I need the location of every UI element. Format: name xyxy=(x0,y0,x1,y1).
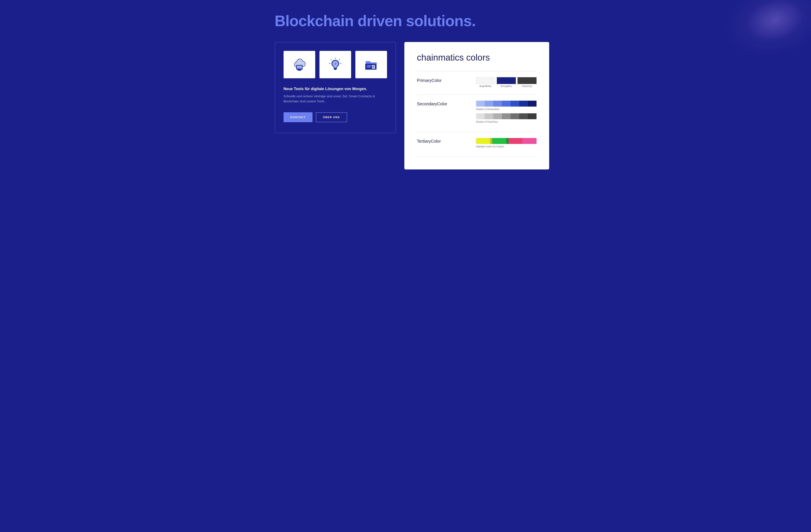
svg-rect-11 xyxy=(334,68,337,69)
green-divider xyxy=(506,138,508,144)
buttons-row: KONTAKT ÜBER UNS xyxy=(284,112,387,122)
grey-shade-6 xyxy=(519,113,528,119)
shades-clear-grey-bar xyxy=(476,113,536,119)
lightbulb-icon-box xyxy=(320,51,351,78)
grey-shade-3 xyxy=(493,113,502,119)
kontakt-button[interactable]: KONTAKT xyxy=(284,112,312,122)
strong-blue-label: StrongBlue xyxy=(501,85,512,88)
colors-panel: chainmatics colors PrimaryColor BrightWh… xyxy=(404,42,549,170)
main-container: Blockchain driven solutions. xyxy=(258,0,553,186)
folder-icon xyxy=(363,56,380,73)
svg-rect-17 xyxy=(367,67,370,67)
tertiary-bar-label: Highlight Colors for Graphs xyxy=(476,145,536,148)
secondary-color-section: SecondaryColor Shades of Strong Blue xyxy=(417,95,536,132)
icons-row xyxy=(284,51,387,78)
blue-shade-3 xyxy=(493,101,502,107)
folder-icon-box xyxy=(355,51,387,78)
green-swatch xyxy=(492,138,506,144)
blue-shade-1 xyxy=(476,101,485,107)
shades-strong-blue-label: Shades of Strong Blue xyxy=(476,108,536,110)
colors-panel-title: chainmatics colors xyxy=(417,52,536,63)
grey-shade-7 xyxy=(528,113,536,119)
clear-grey-label: ClearGrey xyxy=(521,85,532,88)
shades-clear-grey-label: Shades of ClearGrey xyxy=(476,121,536,123)
grey-shade-1 xyxy=(476,113,485,119)
cloud-upload-icon-box xyxy=(284,51,315,78)
grey-shade-5 xyxy=(510,113,519,119)
blue-shade-5 xyxy=(510,101,519,107)
lightbulb-icon xyxy=(327,56,344,73)
bright-white-block xyxy=(476,77,495,84)
secondary-color-label: SecondaryColor xyxy=(417,101,468,106)
yellow-swatch xyxy=(476,138,490,144)
primary-color-section: PrimaryColor BrightWhite StrongBlue xyxy=(417,71,536,95)
hero-title: Blockchain driven solutions. xyxy=(275,13,536,29)
left-card-title: Neue Tools für digitale Lösungen von Mor… xyxy=(284,87,387,91)
yellow-divider xyxy=(490,138,492,144)
left-card-description: Schnelle und sichere Verträge sind unser… xyxy=(284,94,387,104)
primary-swatch-row: BrightWhite StrongBlue ClearGrey xyxy=(476,77,536,88)
clear-grey-swatch: ClearGrey xyxy=(518,77,536,88)
tertiary-color-bar xyxy=(476,138,536,144)
svg-line-7 xyxy=(331,59,332,60)
primary-color-label: PrimaryColor xyxy=(417,77,468,83)
svg-rect-2 xyxy=(298,69,301,70)
grey-shade-2 xyxy=(485,113,493,119)
blue-shade-6 xyxy=(519,101,528,107)
strong-blue-swatch: StrongBlue xyxy=(497,77,516,88)
content-row: Neue Tools für digitale Lösungen von Mor… xyxy=(275,42,536,170)
secondary-swatches: Shades of Strong Blue Shades of ClearGre… xyxy=(476,101,536,126)
tertiary-swatches: Highlight Colors for Graphs xyxy=(476,138,536,151)
blue-shade-7 xyxy=(528,101,536,107)
background-glow xyxy=(715,0,811,69)
tertiary-color-label: TertiaryColor xyxy=(417,138,468,144)
magenta-swatch xyxy=(522,138,536,144)
grey-shade-4 xyxy=(502,113,510,119)
ueber-uns-button[interactable]: ÜBER UNS xyxy=(316,112,347,122)
tertiary-color-section: TertiaryColor Highlight Colors for Graph… xyxy=(417,132,536,157)
svg-rect-12 xyxy=(334,69,336,70)
clear-grey-block xyxy=(518,77,536,84)
primary-swatches: BrightWhite StrongBlue ClearGrey xyxy=(476,77,536,89)
pink-swatch xyxy=(508,138,523,144)
left-card: Neue Tools für digitale Lösungen von Mor… xyxy=(275,42,396,133)
blue-shade-4 xyxy=(502,101,510,107)
bright-white-swatch: BrightWhite xyxy=(476,77,495,88)
svg-rect-1 xyxy=(297,66,302,68)
svg-rect-16 xyxy=(367,65,372,66)
strong-blue-block xyxy=(497,77,516,84)
cloud-upload-icon xyxy=(291,56,308,73)
blue-shade-2 xyxy=(485,101,493,107)
bright-white-label: BrightWhite xyxy=(479,85,491,88)
shades-strong-blue-bar xyxy=(476,101,536,107)
svg-line-8 xyxy=(339,59,340,60)
